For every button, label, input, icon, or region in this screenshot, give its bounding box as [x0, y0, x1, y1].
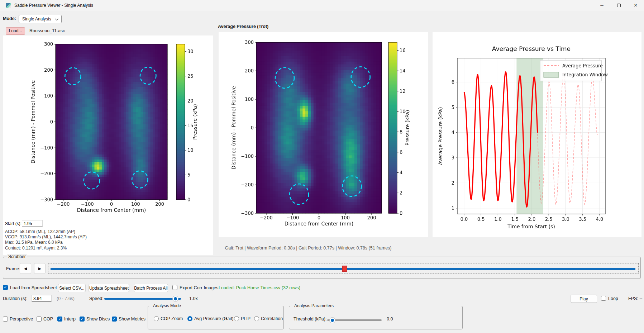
- minimize-icon[interactable]: ─: [593, 0, 610, 11]
- avg-pressure-radio[interactable]: [187, 316, 192, 321]
- toggle-show-metrics: Show Metrics: [112, 316, 146, 322]
- frame-label: Frame:: [6, 266, 20, 271]
- scrubber-handle[interactable]: [342, 266, 347, 272]
- start-time-label: Start (s):: [5, 221, 22, 226]
- frame-pressure-panel: Start (s): ACOP: 58.1mm (ML), 122.2mm (A…: [3, 35, 213, 255]
- maximize-box: [617, 4, 621, 7]
- option-avg-pressure: Avg Pressure (Gait): [187, 316, 234, 321]
- plip-label: PLIP: [241, 316, 251, 321]
- select-csv-button[interactable]: Select CSV...: [58, 284, 86, 292]
- view-toggles-row: Perspective COP Interp Show Discs Show M…: [0, 316, 147, 323]
- avg-pressure-vs-time-chart: [433, 32, 641, 237]
- toggle-cop: COP: [37, 316, 53, 322]
- metric-contact-asym: Contact: 0.1201 m², Asym: 2.3%: [5, 246, 87, 251]
- next-frame-icon: ▶: [38, 266, 41, 271]
- speed-label: Speed:: [89, 296, 104, 301]
- loop-checkbox[interactable]: [601, 296, 606, 301]
- show-discs-label: Show Discs: [86, 317, 110, 322]
- option-cop-zoom: COP Zoom: [154, 316, 183, 321]
- duration-range-hint: (0 - 7.6s): [57, 296, 75, 301]
- cop-label: COP: [43, 317, 53, 322]
- frame-next-button[interactable]: ▶: [34, 263, 46, 274]
- loop-label: Loop: [608, 296, 618, 301]
- start-time-input[interactable]: [22, 220, 43, 227]
- mode-select[interactable]: Single Analysis: [19, 15, 62, 23]
- perspective-label: Perspective: [10, 317, 33, 322]
- fps-indicator: FPS: --: [628, 296, 643, 301]
- loaded-filename: Rousseau_11.asc: [29, 28, 65, 33]
- export-corr-images-label: Export Corr Images: [180, 285, 218, 290]
- load-from-spreadsheet-label: Load from Spreadsheet: [10, 285, 57, 290]
- threshold-slider-handle[interactable]: [330, 318, 335, 323]
- threshold-slider[interactable]: [327, 319, 382, 321]
- cop-zoom-label: COP Zoom: [161, 316, 183, 321]
- option-correlation: Correlation: [254, 316, 283, 321]
- load-button[interactable]: Load...: [6, 27, 25, 35]
- avg-pressure-label: Avg Pressure (Gait): [194, 316, 234, 321]
- toggle-show-discs: Show Discs: [80, 316, 110, 322]
- metric-vcop: VCOP: 913.0mm/s (ML), 1442.7mm/s (AP): [5, 234, 87, 240]
- analysis-parameters-label: Analysis Parameters: [293, 303, 335, 308]
- toggle-interp: Interp: [57, 316, 76, 322]
- show-metrics-label: Show Metrics: [119, 317, 146, 322]
- threshold-value: 0.0: [387, 317, 393, 322]
- perspective-checkbox[interactable]: [3, 317, 8, 322]
- speed-value: 1.0x: [189, 296, 198, 301]
- title-bar: Saddle Pressure Viewer - Single Analysis…: [0, 0, 644, 11]
- correlation-label: Correlation: [261, 316, 283, 321]
- toggle-perspective: Perspective: [3, 316, 33, 322]
- correlation-radio[interactable]: [254, 316, 259, 321]
- window-title: Saddle Pressure Viewer - Single Analysis: [14, 3, 93, 8]
- metric-acop: ACOP: 58.1mm (ML), 122.2mm (AP): [5, 229, 87, 234]
- scrubber-group: Scrubber Frame: ◀ ▶: [3, 257, 641, 279]
- scrubber-group-label: Scrubber: [7, 254, 27, 259]
- gait-status-line: Gait: Trot | Waveform Period: 0.38s | Ga…: [190, 246, 426, 251]
- frame-pressure-heatmap: [3, 35, 213, 220]
- spreadsheet-row: Load from Spreadsheet Select CSV... Upda…: [0, 284, 644, 292]
- interp-checkbox[interactable]: [57, 317, 62, 322]
- interp-label: Interp: [64, 317, 76, 322]
- cop-zoom-radio[interactable]: [154, 316, 159, 321]
- mode-select-value: Single Analysis: [22, 16, 51, 22]
- maximize-icon[interactable]: [610, 0, 627, 11]
- export-corr-images-checkbox[interactable]: [172, 285, 177, 290]
- frame-metrics: ACOP: 58.1mm (ML), 122.2mm (AP) VCOP: 91…: [5, 229, 87, 251]
- frame-slider[interactable]: [48, 263, 639, 274]
- analysis-mode-group: Analysis Mode COP Zoom Avg Pressure (Gai…: [148, 306, 284, 329]
- duration-label: Duration (s):: [3, 296, 28, 301]
- chevron-down-icon: [55, 17, 59, 21]
- start-time-row: Start (s):: [5, 221, 22, 226]
- prev-frame-icon: ◀: [24, 266, 27, 271]
- avg-pressure-heatmap: [219, 32, 428, 237]
- batch-process-all-button[interactable]: Batch Process All: [134, 284, 168, 292]
- show-metrics-checkbox[interactable]: [112, 317, 117, 322]
- app-window: Saddle Pressure Viewer - Single Analysis…: [0, 0, 644, 333]
- analysis-mode-label: Analysis Mode: [152, 303, 182, 308]
- speed-slider[interactable]: [104, 298, 181, 300]
- close-icon[interactable]: ×: [627, 0, 644, 11]
- mode-label: Mode:: [3, 16, 16, 21]
- load-from-spreadsheet-checkbox[interactable]: [3, 285, 8, 290]
- metric-max-mean: Max: 31.5 kPa, Mean: 6.0 kPa: [5, 240, 87, 245]
- app-icon: [6, 3, 11, 8]
- duration-input[interactable]: [32, 295, 52, 302]
- frame-prev-button[interactable]: ◀: [20, 263, 31, 274]
- time-series-panel: [433, 32, 641, 237]
- analysis-parameters-group: Analysis Parameters Threshold (kPa): 0.0: [289, 306, 463, 329]
- cop-checkbox[interactable]: [37, 317, 42, 322]
- speed-slider-handle[interactable]: [173, 296, 178, 301]
- option-plip: PLIP: [234, 316, 251, 321]
- update-spreadsheet-button[interactable]: Update Spreadsheet: [89, 284, 129, 292]
- play-button[interactable]: Play: [571, 295, 597, 303]
- avg-pressure-title: Average Pressure (Trot): [218, 24, 268, 29]
- avg-pressure-panel: [219, 32, 428, 237]
- duration-row: Duration (s): (0 - 7.6s) Speed: 1.0x Pla…: [0, 295, 644, 303]
- threshold-label: Threshold (kPa):: [294, 317, 326, 322]
- plip-radio[interactable]: [234, 316, 239, 321]
- show-discs-checkbox[interactable]: [80, 317, 85, 322]
- csv-loaded-status: Loaded: Puck Horse Times.csv (32 rows): [219, 285, 300, 290]
